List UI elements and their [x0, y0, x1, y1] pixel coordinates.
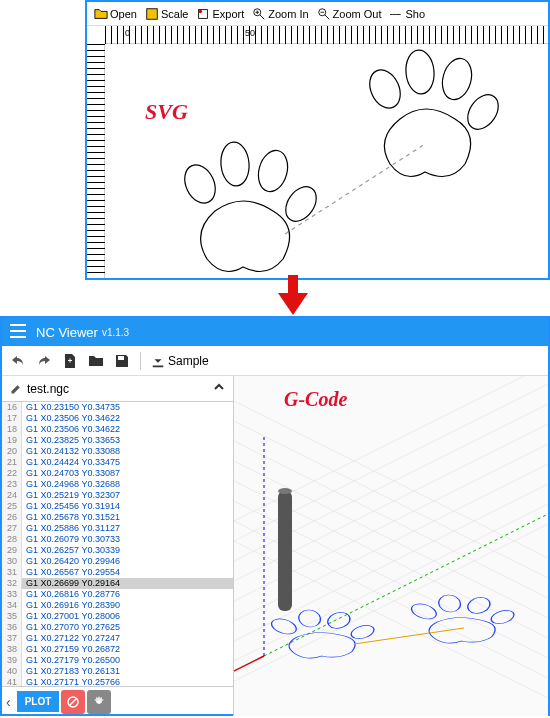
code-line[interactable]: 20G1 X0.24132 Y0.33088	[2, 446, 233, 457]
code-line[interactable]: 32G1 X0.26699 Y0.29164	[2, 578, 233, 589]
svg-point-48	[346, 623, 378, 640]
code-line[interactable]: 29G1 X0.26257 Y0.30339	[2, 545, 233, 556]
svg-point-12	[438, 55, 476, 103]
nc-toolbar: Sample	[2, 346, 548, 376]
zoom-out-button[interactable]: Zoom Out	[314, 6, 385, 22]
ruler-mark: 0	[125, 28, 130, 38]
code-line[interactable]: 30G1 X0.26420 Y0.29946	[2, 556, 233, 567]
code-line[interactable]: 28G1 X0.26079 Y0.30733	[2, 534, 233, 545]
undo-button[interactable]	[10, 353, 26, 369]
code-line[interactable]: 38G1 X0.27159 Y0.26872	[2, 644, 233, 655]
zoom-out-icon	[317, 7, 331, 21]
code-line[interactable]: 19G1 X0.23825 Y0.33653	[2, 435, 233, 446]
nc-title: NC Viewer	[36, 325, 98, 340]
edit-icon	[10, 383, 22, 395]
sample-button[interactable]: Sample	[151, 354, 209, 368]
svg-point-44	[278, 488, 292, 494]
chevron-up-icon[interactable]	[213, 381, 225, 396]
svg-point-49	[406, 602, 441, 621]
tool-cylinder	[278, 488, 292, 611]
svg-point-47	[325, 611, 353, 629]
save-button[interactable]	[114, 353, 130, 369]
code-line[interactable]: 40G1 X0.27183 Y0.26131	[2, 666, 233, 677]
svg-point-11	[404, 49, 436, 95]
code-line[interactable]: 25G1 X0.25456 Y0.31914	[2, 501, 233, 512]
show-button[interactable]: ---- Sho	[387, 6, 429, 22]
arrow-down-icon	[278, 275, 308, 315]
download-icon	[151, 354, 165, 368]
gcode-listing[interactable]: 16G1 X0.23150 Y0.3473517G1 X0.23506 Y0.3…	[2, 402, 233, 686]
iso-scene	[234, 376, 548, 716]
svg-canvas[interactable]: SVG	[105, 44, 548, 278]
svg-line-14	[285, 144, 425, 234]
svg-line-21	[70, 699, 76, 705]
paw-drawing	[105, 44, 545, 278]
code-line[interactable]: 31G1 X0.26567 Y0.29554	[2, 567, 233, 578]
horizontal-ruler: 0 50	[105, 26, 548, 44]
zoom-in-icon	[252, 7, 266, 21]
zoom-in-label: Zoom In	[268, 8, 308, 20]
svg-line-8	[324, 14, 328, 18]
nc-body: test.ngc 16G1 X0.23150 Y0.3473517G1 X0.2…	[2, 376, 548, 716]
svg-point-15	[179, 160, 221, 208]
code-line[interactable]: 21G1 X0.24424 Y0.33475	[2, 457, 233, 468]
stop-button[interactable]	[61, 690, 85, 714]
code-line[interactable]: 27G1 X0.25886 Y0.31127	[2, 523, 233, 534]
menu-icon[interactable]	[10, 324, 26, 341]
svg-point-2	[199, 9, 203, 13]
code-line[interactable]: 18G1 X0.23506 Y0.34622	[2, 424, 233, 435]
scale-button[interactable]: Scale	[142, 6, 192, 22]
code-line[interactable]: 17G1 X0.23506 Y0.34622	[2, 413, 233, 424]
sample-label: Sample	[168, 354, 209, 368]
chevron-left-icon[interactable]: ‹	[6, 694, 11, 710]
svg-rect-0	[147, 8, 158, 19]
nc-header: NC Viewer v1.1.3	[2, 318, 548, 346]
svg-line-40	[234, 656, 264, 696]
gcode-annotation-label: G-Code	[284, 388, 347, 411]
plot-button[interactable]: PLOT	[17, 691, 60, 712]
svg-point-17	[254, 147, 292, 195]
code-line[interactable]: 35G1 X0.27001 Y0.28006	[2, 611, 233, 622]
code-line[interactable]: 41G1 X0.27171 Y0.25766	[2, 677, 233, 686]
code-line[interactable]: 16G1 X0.23150 Y0.34735	[2, 402, 233, 413]
svg-point-52	[486, 608, 518, 625]
settings-button[interactable]	[87, 690, 111, 714]
svg-point-10	[364, 65, 406, 113]
code-line[interactable]: 22G1 X0.24703 Y0.33087	[2, 468, 233, 479]
redo-button[interactable]	[36, 353, 52, 369]
svg-point-18	[279, 181, 322, 227]
svg-point-50	[437, 595, 461, 613]
svg-annotation-label: SVG	[145, 99, 188, 125]
code-line[interactable]: 36G1 X0.27070 Y0.27625	[2, 622, 233, 633]
zoom-in-button[interactable]: Zoom In	[249, 6, 311, 22]
svg-editor-window: Open Scale Export Zoom In Zoom Out ---- …	[85, 0, 550, 280]
scale-label: Scale	[161, 8, 189, 20]
open-folder-button[interactable]	[88, 353, 104, 369]
svg-point-46	[297, 610, 321, 628]
code-line[interactable]: 37G1 X0.27122 Y0.27247	[2, 633, 233, 644]
nc-viewer-window: NC Viewer v1.1.3 Sample test.ngc 16G1 X0…	[0, 316, 550, 716]
svg-line-4	[260, 14, 264, 18]
svg-rect-19	[118, 356, 124, 360]
svg-point-45	[266, 617, 301, 636]
open-button[interactable]: Open	[91, 6, 140, 22]
code-line[interactable]: 34G1 X0.26916 Y0.28390	[2, 600, 233, 611]
gcode-viewport[interactable]: G-Code	[234, 376, 548, 716]
code-line[interactable]: 26G1 X0.25678 Y0.31521	[2, 512, 233, 523]
new-file-button[interactable]	[62, 353, 78, 369]
file-header[interactable]: test.ngc	[2, 376, 233, 402]
ruler-mark: 50	[245, 28, 255, 38]
export-button[interactable]: Export	[193, 6, 247, 22]
code-panel-footer: ‹ PLOT	[2, 686, 233, 716]
code-line[interactable]: 39G1 X0.27179 Y0.26500	[2, 655, 233, 666]
code-line[interactable]: 24G1 X0.25219 Y0.32307	[2, 490, 233, 501]
code-line[interactable]: 23G1 X0.24968 Y0.32688	[2, 479, 233, 490]
code-line[interactable]: 33G1 X0.26816 Y0.28776	[2, 589, 233, 600]
file-name: test.ngc	[27, 382, 69, 396]
open-icon	[94, 7, 108, 21]
export-label: Export	[212, 8, 244, 20]
nc-version: v1.1.3	[102, 327, 129, 338]
scale-icon	[145, 7, 159, 21]
svg-toolbar: Open Scale Export Zoom In Zoom Out ---- …	[87, 2, 548, 26]
dash-icon: ----	[390, 7, 404, 21]
